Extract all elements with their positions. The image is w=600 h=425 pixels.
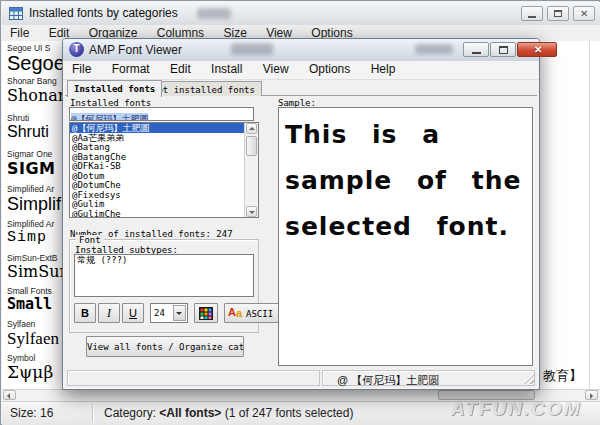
- glass-blur-artifact: [231, 43, 273, 55]
- glass-blur-artifact: [415, 44, 453, 54]
- menu-view[interactable]: View: [263, 62, 289, 76]
- installed-fonts-listbox[interactable]: @【何尼玛】土肥圆 @Aa芒果弟弟 @Batang @BatangChe @DF…: [69, 122, 259, 218]
- dialog-statusbar: @ 【何尼玛】土肥圆: [65, 368, 537, 388]
- menu-edit[interactable]: Edit: [170, 62, 191, 76]
- font-input-selected-text: @【何尼玛】土肥圆: [71, 113, 148, 121]
- bold-button[interactable]: B: [74, 303, 96, 323]
- status-pane-font-name: @ 【何尼玛】土肥圆: [322, 370, 535, 386]
- amp-app-icon: [69, 42, 84, 57]
- character-map-icon: [199, 307, 213, 320]
- menu-file[interactable]: File: [10, 26, 29, 40]
- maximize-button[interactable]: [547, 6, 569, 21]
- glass-blur-artifact: [197, 8, 231, 19]
- font-category-list: Segoe UI S Segoe Shonar Bang Shonar B Sh…: [4, 41, 64, 389]
- close-button[interactable]: [573, 6, 595, 21]
- status-pane-left: [67, 370, 320, 386]
- vertical-scrollbar[interactable]: [244, 123, 258, 217]
- list-item[interactable]: @Aa芒果弟弟: [70, 133, 258, 143]
- tab-not-installed-fonts[interactable]: Not installed fonts: [145, 81, 262, 96]
- watermark: ATFUN.COM: [451, 398, 599, 420]
- background-window-title: Installed fonts by categories: [29, 6, 178, 20]
- menu-help[interactable]: Help: [371, 62, 396, 76]
- amp-font-viewer-window: AMP Font Viewer File Format Edit Install…: [62, 38, 540, 390]
- ascii-aa-icon: [228, 306, 244, 320]
- menu-file[interactable]: File: [72, 62, 91, 76]
- scroll-left-arrow-icon[interactable]: [3, 390, 16, 400]
- partial-font-name: 教育】: [543, 367, 582, 385]
- table-grid-icon: [9, 7, 23, 20]
- minimize-button[interactable]: [521, 6, 543, 21]
- menu-format[interactable]: Format: [112, 62, 150, 76]
- menu-install[interactable]: Install: [211, 62, 242, 76]
- dialog-title: AMP Font Viewer: [89, 43, 182, 57]
- minimize-button[interactable]: [463, 42, 489, 57]
- tab-strip: Installed fonts Not installed fonts: [65, 79, 537, 96]
- subtypes-listbox[interactable]: 常规 (???): [74, 254, 254, 297]
- background-titlebar[interactable]: Installed fonts by categories: [2, 2, 600, 26]
- status-separator: [92, 404, 93, 422]
- current-font-name: @ 【何尼玛】土肥圆: [337, 373, 439, 388]
- view-all-fonts-button[interactable]: View all fonts / Organize categor: [86, 336, 244, 357]
- list-item[interactable]: @DotumChe: [70, 180, 258, 190]
- sample-preview-box[interactable]: This is a sample of the selected font.: [278, 107, 533, 366]
- list-item[interactable]: @Fixedsys: [70, 190, 258, 200]
- font-size-value: 24: [154, 308, 165, 318]
- category-value: <All fonts>: [159, 406, 221, 420]
- list-item[interactable]: @GulimChe: [70, 209, 258, 219]
- column-divider: [589, 41, 590, 389]
- list-item[interactable]: @Batang: [70, 142, 258, 152]
- status-category: Category: <All fonts> (1 of 247 fonts se…: [104, 406, 353, 420]
- close-button[interactable]: [517, 42, 557, 57]
- scrollbar-thumb[interactable]: [246, 136, 257, 156]
- underline-button[interactable]: U: [122, 303, 144, 323]
- font-groupbox-legend: Font: [76, 235, 104, 245]
- dialog-titlebar[interactable]: AMP Font Viewer: [63, 39, 539, 61]
- subtype-item[interactable]: 常规 (???): [75, 255, 253, 265]
- italic-button[interactable]: I: [98, 303, 120, 323]
- sample-text: This is a sample of the selected font.: [285, 112, 526, 250]
- scroll-down-arrow-icon[interactable]: [246, 206, 257, 217]
- list-item[interactable]: @Gulim: [70, 199, 258, 209]
- ascii-table-button[interactable]: ASCII: [224, 303, 280, 323]
- tab-installed-fonts[interactable]: Installed fonts: [67, 80, 162, 97]
- list-item[interactable]: @DFKai-SB: [70, 161, 258, 171]
- category-suffix: (1 of 247 fonts selected): [221, 406, 353, 420]
- font-name-input[interactable]: @【何尼玛】土肥圆: [69, 107, 254, 121]
- ascii-button-label: ASCII: [246, 309, 273, 319]
- chevron-down-icon[interactable]: [173, 305, 186, 321]
- font-size-dropdown[interactable]: 24: [150, 303, 188, 323]
- character-map-button[interactable]: [194, 303, 218, 323]
- dialog-menubar: File Format Edit Install View Options He…: [63, 61, 539, 80]
- menu-options[interactable]: Options: [309, 62, 350, 76]
- list-item-selected[interactable]: @【何尼玛】土肥圆: [70, 123, 258, 133]
- screen: Installed fonts by categories File Edit …: [0, 0, 600, 425]
- list-item[interactable]: @BatangChe: [70, 152, 258, 162]
- category-prefix: Category:: [104, 406, 159, 420]
- status-size: Size: 16: [10, 406, 53, 420]
- scroll-up-arrow-icon[interactable]: [246, 123, 257, 134]
- maximize-button[interactable]: [490, 42, 516, 57]
- list-item[interactable]: @Dotum: [70, 171, 258, 181]
